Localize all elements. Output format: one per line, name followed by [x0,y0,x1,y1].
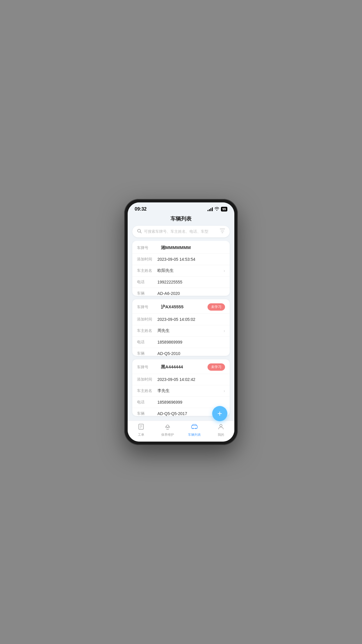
phone-label: 电话 [137,400,157,405]
svg-point-9 [195,428,196,429]
plate-label: 车牌号 [137,304,157,310]
card-header-row: 车牌号黑A444444未学习 [132,359,230,374]
add-time-row: 添加时间2023-09-05 14:05:02 [132,314,230,325]
tab-icon-mine [217,423,224,431]
add-time-row: 添加时间2023-09-05 14:02:42 [132,374,230,385]
plate-label: 车牌号 [137,245,157,251]
vehicle-row: 车辆AD-A6-2020 [132,288,230,296]
add-time-value: 2023-09-05 14:53:54 [157,257,225,262]
owner-value: 欧阳先生 [157,268,174,273]
phone-row: 电话18589696999 [132,396,230,408]
phone-row: 电话18589869999 [132,336,230,348]
phone-screen: 09:32 99 车辆列表 [128,202,234,442]
vehicle-value: AD-Q5-2010 [157,351,225,356]
page-title: 车辆列表 [171,216,191,222]
vehicle-label: 车辆 [137,351,157,356]
plate-number: 黑A444444 [161,364,183,370]
plate-label: 车牌号 [137,365,157,370]
vehicle-card[interactable]: 车牌号沪AX45555未学习添加时间2023-09-05 14:05:02车主姓… [132,299,230,356]
tab-item-mine[interactable]: 我的 [208,423,235,437]
chevron-right-icon: › [224,268,225,273]
owner-row[interactable]: 车主姓名欧阳先生› [132,265,230,276]
chevron-right-icon: › [224,328,225,333]
svg-line-1 [140,232,141,233]
status-bar: 09:32 99 [128,202,234,214]
phone-label: 电话 [137,279,157,285]
add-time-label: 添加时间 [137,317,157,322]
tab-bar: 工单保养维护车辆列表我的 [128,421,234,442]
status-badge: 未学习 [208,303,225,311]
status-icons: 99 [208,207,227,211]
owner-label: 车主姓名 [137,268,157,273]
owner-row[interactable]: 车主姓名周先生› [132,325,230,336]
status-time: 09:32 [135,206,147,212]
phone-label: 电话 [137,340,157,345]
svg-rect-7 [191,426,197,428]
phone-value: 18589869999 [157,340,225,344]
tab-item-vehicle-list[interactable]: 车辆列表 [181,423,208,437]
page-header: 车辆列表 [128,214,234,226]
chevron-right-icon: › [224,388,225,393]
vehicle-label: 车辆 [137,411,157,416]
owner-value: 周先生 [157,328,170,333]
phone-value: 18589696999 [157,400,225,405]
svg-point-8 [192,428,194,429]
search-icon [137,229,142,235]
vehicle-list: 车牌号湘MMMMMMM添加时间2023-09-05 14:53:54车主姓名欧阳… [128,241,234,421]
tab-label-vehicle-list: 车辆列表 [188,433,201,437]
vehicle-card[interactable]: 车牌号湘MMMMMMM添加时间2023-09-05 14:53:54车主姓名欧阳… [132,241,230,296]
wifi-icon [215,207,219,211]
phone-frame: 09:32 99 车辆列表 [124,199,238,445]
add-vehicle-button[interactable]: + [212,406,227,421]
vehicle-value: AD-A6-2020 [157,291,225,296]
add-time-label: 添加时间 [137,257,157,262]
status-badge: 未学习 [208,363,225,371]
vehicle-label: 车辆 [137,291,157,296]
plate-number: 湘MMMMMMM [161,245,191,251]
svg-point-10 [220,424,222,427]
search-placeholder-text: 可搜索车牌号、车主姓名、电话、车型 [144,229,217,234]
phone-row: 电话19922225555 [132,276,230,288]
filter-icon[interactable] [220,229,225,235]
add-time-row: 添加时间2023-09-05 14:53:54 [132,253,230,265]
card-header-row: 车牌号沪AX45555未学习 [132,299,230,314]
plate-number: 沪AX45555 [161,304,184,310]
owner-label: 车主姓名 [137,328,157,333]
signal-icon [208,207,213,211]
owner-value: 李先生 [157,388,170,393]
tab-label-work-order: 工单 [138,433,144,437]
tab-icon-work-order [138,423,145,431]
owner-label: 车主姓名 [137,388,157,393]
tab-label-maintenance: 保养维护 [161,433,174,437]
tab-icon-vehicle-list [191,423,198,431]
phone-value: 19922225555 [157,280,225,284]
tab-icon-maintenance [164,423,171,431]
battery-indicator: 99 [221,207,227,211]
svg-point-6 [166,425,169,427]
tab-item-maintenance[interactable]: 保养维护 [154,423,181,437]
search-bar: 可搜索车牌号、车主姓名、电话、车型 [128,226,234,241]
tab-label-mine: 我的 [218,433,224,437]
search-input-wrap[interactable]: 可搜索车牌号、车主姓名、电话、车型 [132,226,230,237]
tab-item-work-order[interactable]: 工单 [128,423,154,437]
owner-row[interactable]: 车主姓名李先生› [132,385,230,396]
add-time-label: 添加时间 [137,377,157,382]
vehicle-row: 车辆AD-Q5-2010 [132,348,230,356]
card-header-row: 车牌号湘MMMMMMM [132,241,230,253]
add-time-value: 2023-09-05 14:02:42 [157,377,225,382]
add-time-value: 2023-09-05 14:05:02 [157,317,225,322]
